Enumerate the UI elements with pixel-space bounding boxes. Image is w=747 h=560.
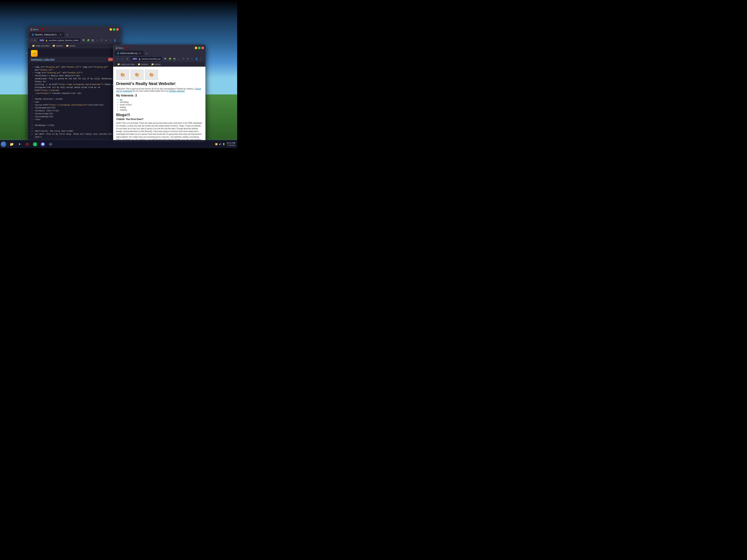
windows-container: ☰ Menu — □ ✕ 🌐 Neocities - Editing index… bbox=[28, 26, 233, 138]
profile-icon-preview[interactable]: 👤 bbox=[195, 57, 199, 61]
menu-bar-preview: ☰ Menu — □ ✕ bbox=[115, 46, 204, 51]
settings-icon-preview[interactable]: ⋮ bbox=[199, 57, 203, 61]
star-icon[interactable]: ✦ bbox=[104, 38, 108, 42]
profile-icon[interactable]: 👤 bbox=[113, 38, 117, 42]
code-line: 8 bbox=[29, 95, 119, 98]
address-field-main[interactable]: VPN 🔒 neocities.org/site_files/text_edit… bbox=[37, 38, 81, 43]
settings-icon[interactable]: ⋮ bbox=[118, 38, 121, 42]
code-line: 4 bbox=[29, 63, 119, 66]
folder-icon-bm3-preview: 📁 bbox=[151, 63, 154, 65]
bookmark-really-cool-sites[interactable]: 📁 really cool sites bbox=[31, 44, 50, 47]
maximize-button[interactable]: □ bbox=[113, 28, 115, 31]
address-field-preview[interactable]: VPN 🔒 dreemii.neocities.org bbox=[130, 56, 162, 61]
heart-icon-preview[interactable]: ♡ bbox=[190, 57, 194, 61]
back-button-preview[interactable]: ‹ bbox=[116, 57, 120, 61]
neocities-editor-window: ☰ Menu — □ ✕ 🌐 Neocities - Editing index… bbox=[28, 26, 121, 141]
site-welcome-text: Welcome! This is gonna be the hub for al… bbox=[116, 87, 203, 92]
bookmark-school[interactable]: 📁 school bbox=[65, 44, 76, 47]
reload-button[interactable]: ↻ bbox=[34, 38, 36, 43]
star-icon-preview[interactable]: ✦ bbox=[186, 57, 189, 61]
code-line: 6 ><img src="drawing.gif" alt="Doodle Gi… bbox=[29, 72, 119, 75]
code-editor[interactable]: 4 5 <img src="drawing.gif" alt="Doodle G… bbox=[29, 63, 119, 138]
heart-icon[interactable]: ♡ bbox=[108, 38, 112, 42]
lock-icon-preview: 🔒 bbox=[138, 58, 140, 60]
back-button[interactable]: ‹ bbox=[31, 38, 31, 43]
tab-preview-site[interactable]: 🌐 dreemii.neocities.org ✕ bbox=[115, 51, 144, 56]
extensions-icon-preview[interactable]: 🧩 bbox=[168, 57, 172, 61]
code-line: 15 <li>reading</li> bbox=[29, 115, 119, 118]
snapshot-icon[interactable]: 📷 bbox=[91, 38, 95, 42]
windows-logo-icon bbox=[2, 143, 5, 145]
menu-button-preview[interactable]: ☰ Menu bbox=[115, 46, 124, 50]
instagram-link[interactable]: Check out my Instagram! bbox=[116, 87, 201, 92]
code-line: 21 <p> OKAY! This is my first blog. Thes… bbox=[29, 133, 119, 138]
taskbar-items: 📁 ✦ ♪ 💬 🎮 bbox=[7, 141, 215, 148]
bookmark-school-preview[interactable]: 📁 school bbox=[150, 62, 161, 66]
search-icon-preview[interactable]: 🔍 bbox=[163, 57, 167, 61]
dashboard-link[interactable]: Dashboard > index.html bbox=[31, 58, 54, 61]
opera-logo-small bbox=[41, 28, 44, 31]
menu-button[interactable]: ☰ Menu bbox=[29, 28, 39, 31]
tab-close-preview[interactable]: ✕ bbox=[138, 52, 141, 55]
mascot-image: 🐱 bbox=[31, 50, 37, 57]
start-button[interactable] bbox=[0, 141, 7, 148]
snapshot-icon-preview[interactable]: 📷 bbox=[173, 57, 176, 61]
adblock-icon-preview[interactable]: 🛡 bbox=[181, 57, 185, 61]
minimize-button[interactable]: — bbox=[109, 28, 112, 31]
code-line: 13 <li>music (CDs!)</li> bbox=[29, 109, 119, 112]
code-line: 20 <h3>7/16/24: The First One!?</h3> bbox=[29, 130, 119, 133]
code-line: 7 <p>Welcome! This is gonna be the hub f… bbox=[29, 77, 119, 83]
folder-icon-bm1-preview: 📁 bbox=[117, 63, 120, 65]
list-item: animation bbox=[120, 101, 203, 103]
search-icon[interactable]: 🔍 bbox=[82, 38, 85, 42]
close-button[interactable]: ✕ bbox=[116, 28, 119, 31]
tab-neocities[interactable]: 🌐 Neocities - Editing index.h... ✕ bbox=[29, 32, 64, 37]
taskbar-item-cursor[interactable]: ✦ bbox=[16, 141, 23, 148]
spotify-icon: ♪ bbox=[33, 142, 37, 146]
close-button-preview[interactable]: ✕ bbox=[201, 47, 204, 49]
minimize-button-preview[interactable]: — bbox=[195, 47, 197, 49]
art-link[interactable]: art bbox=[120, 98, 122, 101]
taskbar-item-file-explorer[interactable]: 📁 bbox=[8, 141, 15, 148]
bookmark-random[interactable]: 📁 random bbox=[52, 44, 63, 47]
blogs-heading: Blogs!!! bbox=[116, 113, 203, 117]
maximize-button-preview[interactable]: □ bbox=[198, 47, 201, 49]
start-orb bbox=[1, 141, 6, 147]
extensions-icon[interactable]: 🧩 bbox=[86, 38, 90, 42]
taskbar-item-discord[interactable]: 💬 bbox=[39, 141, 46, 148]
forward-button-preview[interactable]: › bbox=[121, 57, 124, 61]
address-bar-preview: ‹ › ↻ VPN 🔒 dreemii.neocities.org 🔍 🧩 📷 … bbox=[115, 56, 204, 62]
tab-close-neocities[interactable]: ✕ bbox=[59, 33, 62, 36]
bookmark-random-preview[interactable]: 📁 random bbox=[137, 62, 149, 66]
list-item: art bbox=[120, 98, 203, 101]
adblock-icon[interactable]: 🛡 bbox=[100, 38, 103, 42]
code-line: 10 <ul> bbox=[29, 101, 119, 104]
bookmarks-bar-main: 📁 really cool sites 📁 random 📁 school bbox=[29, 44, 119, 48]
forward-button[interactable]: › bbox=[32, 38, 33, 43]
reload-button-preview[interactable]: ↻ bbox=[125, 57, 129, 61]
preview-window: ☰ Menu — □ ✕ 🌐 dreemii.neocities.org bbox=[113, 45, 206, 142]
music-icon-preview[interactable]: ♪ bbox=[177, 57, 181, 61]
svg-rect-10 bbox=[4, 143, 5, 144]
taskbar-item-steam[interactable]: 🎮 bbox=[47, 141, 54, 148]
youtube-link[interactable]: Youtube channel!! bbox=[169, 90, 185, 92]
vpn-badge: VPN bbox=[39, 39, 44, 42]
browser-chrome-main: ☰ Menu — □ ✕ 🌐 Neocities - Editing index… bbox=[28, 26, 120, 48]
new-tab-button-preview[interactable]: + bbox=[144, 51, 149, 56]
music-icon[interactable]: ♪ bbox=[95, 38, 99, 42]
date-display: 7/18/2024 bbox=[227, 144, 235, 147]
opera-taskbar-icon bbox=[25, 142, 29, 146]
new-tab-button[interactable]: + bbox=[65, 33, 70, 37]
code-line: 7 <h1>Dreemii's Really Neat Website!</h1… bbox=[29, 75, 119, 77]
drawing-gif-3: 🎨 bbox=[145, 70, 158, 80]
drawing-gif-2: 🎨 bbox=[131, 70, 144, 80]
taskbar-item-spotify[interactable]: ♪ bbox=[31, 141, 38, 148]
clock: 10:11 PM 7/18/2024 bbox=[227, 142, 235, 147]
folder-icon-bookmark2: 📁 bbox=[52, 45, 55, 47]
interests-heading: My Interests :3 bbox=[116, 94, 203, 97]
interests-list: art animation music (CDs!) writing readi… bbox=[120, 98, 203, 111]
browser-chrome-preview: ☰ Menu — □ ✕ 🌐 dreemii.neocities.org bbox=[113, 45, 205, 67]
bookmark-really-cool-sites-preview[interactable]: 📁 really cool sites bbox=[117, 62, 135, 66]
taskbar-item-opera[interactable] bbox=[24, 141, 31, 148]
system-tray: 📶 🔊 🔋 bbox=[215, 143, 225, 145]
